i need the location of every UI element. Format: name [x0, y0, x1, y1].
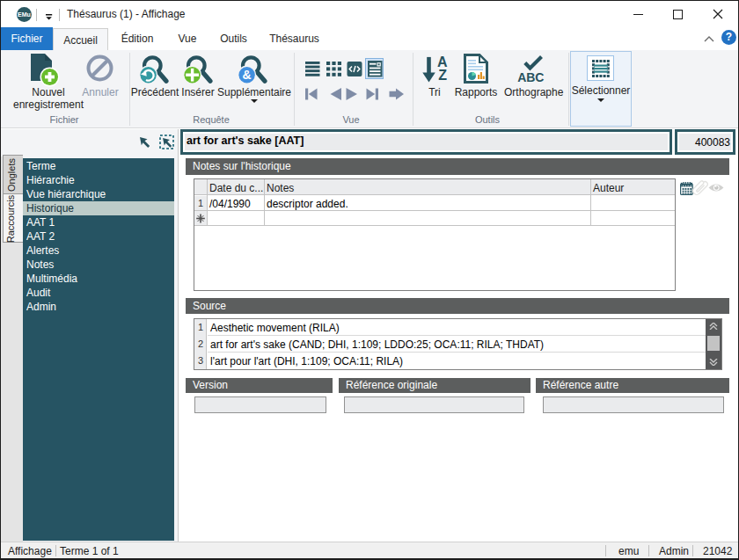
svg-text:Z: Z	[438, 68, 447, 83]
svg-text:A: A	[437, 55, 448, 69]
svg-text:&: &	[243, 68, 252, 82]
svg-text:ABC: ABC	[517, 70, 544, 84]
